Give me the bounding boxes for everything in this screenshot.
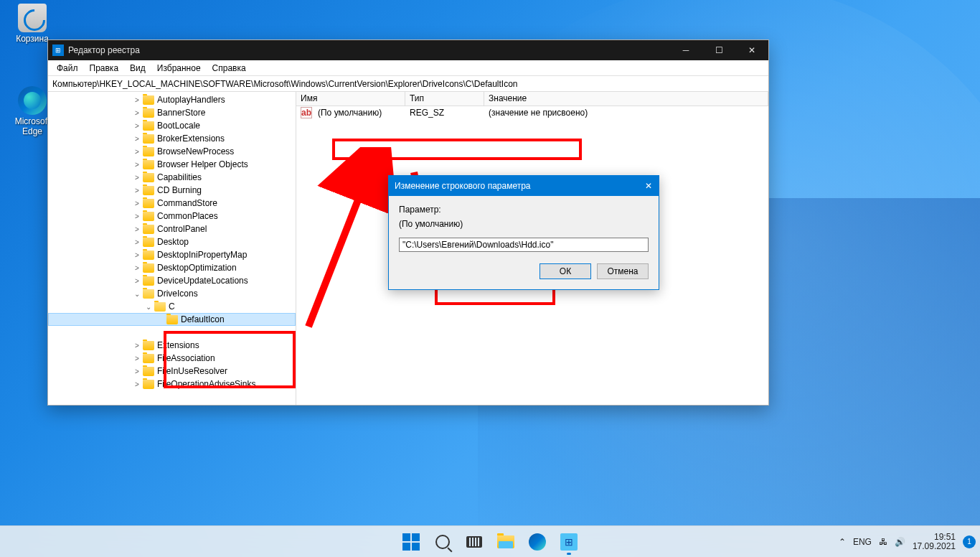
value-data: (значение не присвоено) [484, 107, 768, 118]
folder-icon [143, 134, 154, 144]
tree-item-desktop[interactable]: >Desktop [48, 235, 296, 248]
address-text: Компьютер\HKEY_LOCAL_MACHINE\SOFTWARE\Mi… [52, 79, 518, 89]
taskview-button[interactable] [460, 528, 489, 556]
tree-item-browser-helper-objects[interactable]: >Browser Helper Objects [48, 158, 296, 171]
chevron-icon[interactable]: > [131, 238, 143, 246]
tree-panel[interactable]: >AutoplayHandlers>BannerStore>BootLocale… [48, 92, 296, 405]
menu-favorites[interactable]: Избранное [151, 62, 207, 75]
col-data[interactable]: Значение [484, 92, 768, 106]
tree-item-desktopinipropertymap[interactable]: >DesktopIniPropertyMap [48, 248, 296, 261]
value-input[interactable] [399, 238, 649, 252]
chevron-icon[interactable]: > [131, 342, 143, 350]
values-header[interactable]: Имя Тип Значение [296, 92, 768, 106]
chevron-icon[interactable]: > [131, 161, 143, 169]
regedit-taskbar-button[interactable]: ⊞ [555, 528, 583, 556]
tree-item-deviceupdatelocations[interactable]: >DeviceUpdateLocations [48, 274, 296, 287]
date-text: 17.09.2021 [913, 542, 956, 551]
address-bar[interactable]: Компьютер\HKEY_LOCAL_MACHINE\SOFTWARE\Mi… [48, 76, 768, 92]
string-value-icon: ab [301, 107, 312, 118]
tree-item-controlpanel[interactable]: >ControlPanel [48, 223, 296, 235]
window-title: Редактор реестра [68, 45, 669, 55]
tree-item-bannerstore[interactable]: >BannerStore [48, 106, 296, 119]
value-type: REG_SZ [405, 107, 484, 118]
value-row-default[interactable]: ab (По умолчанию) REG_SZ (значение не пр… [296, 106, 768, 119]
tree-label: BootLocale [157, 121, 200, 131]
search-icon [435, 535, 450, 549]
folder-icon [143, 121, 154, 131]
titlebar[interactable]: ⊞ Редактор реестра ─ ☐ ✕ [48, 40, 768, 60]
chevron-icon[interactable]: > [131, 109, 143, 117]
network-icon[interactable]: 🖧 [879, 537, 887, 547]
chevron-icon[interactable]: > [131, 355, 143, 362]
chevron-icon[interactable]: > [131, 174, 143, 182]
tree-item-extensions[interactable]: >Extensions [48, 339, 296, 352]
folder-icon [143, 341, 154, 350]
menu-help[interactable]: Справка [207, 62, 252, 75]
chevron-icon[interactable]: ⌄ [143, 303, 154, 311]
edge-button[interactable] [523, 528, 552, 556]
chevron-icon[interactable]: > [131, 122, 143, 130]
chevron-icon[interactable]: > [131, 212, 143, 220]
tree-item-autoplayhandlers[interactable]: >AutoplayHandlers [48, 93, 296, 106]
tree-label: CommonPlaces [157, 211, 218, 221]
tree-item-fileassociation[interactable]: >FileAssociation [48, 352, 296, 365]
start-button[interactable] [397, 528, 425, 556]
tree-item-bootlocale[interactable]: >BootLocale [48, 119, 296, 132]
clock[interactable]: 19:51 17.09.2021 [913, 533, 956, 551]
chevron-icon[interactable]: > [131, 200, 143, 207]
minimize-button[interactable]: ─ [669, 40, 702, 60]
menubar: Файл Правка Вид Избранное Справка [48, 60, 768, 76]
tree-label: FileInUseResolver [157, 366, 227, 376]
tree-item-capabilities[interactable]: >Capabilities [48, 171, 296, 184]
tree-item-desktopoptimization[interactable]: >DesktopOptimization [48, 261, 296, 274]
chevron-icon[interactable]: ⌄ [131, 290, 143, 298]
language-indicator[interactable]: ENG [853, 537, 872, 547]
chevron-icon[interactable]: > [131, 187, 143, 195]
tree-item-brokerextensions[interactable]: >BrokerExtensions [48, 132, 296, 145]
desktop-icon-recycle-bin[interactable]: Корзина [7, 4, 57, 44]
dialog-close-button[interactable]: ✕ [639, 176, 659, 196]
tree-item-browsenewprocess[interactable]: >BrowseNewProcess [48, 145, 296, 158]
search-button[interactable] [428, 528, 457, 556]
maximize-button[interactable]: ☐ [702, 40, 735, 60]
time-text: 19:51 [913, 533, 956, 542]
tree-item-cd-burning[interactable]: >CD Burning [48, 184, 296, 197]
chevron-icon[interactable]: > [131, 96, 143, 104]
folder-icon [143, 108, 154, 118]
ok-button[interactable]: ОК [540, 263, 591, 279]
volume-icon[interactable]: 🔊 [895, 537, 905, 547]
menu-edit[interactable]: Правка [84, 62, 125, 75]
notification-badge[interactable]: 1 [963, 535, 976, 548]
tree-item-fileoperationadvisesinks[interactable]: >FileOperationAdviseSinks [48, 378, 296, 390]
tree-item-commandstore[interactable]: >CommandStore [48, 197, 296, 210]
folder-icon [143, 380, 154, 389]
tree-item-commonplaces[interactable]: >CommonPlaces [48, 210, 296, 223]
folder-icon [143, 95, 154, 105]
chevron-icon[interactable]: > [131, 225, 143, 233]
folder-icon [143, 147, 154, 156]
col-name[interactable]: Имя [296, 92, 405, 106]
menu-view[interactable]: Вид [124, 62, 151, 75]
menu-file[interactable]: Файл [51, 62, 84, 75]
cancel-button[interactable]: Отмена [597, 263, 649, 279]
tray-chevron-up-icon[interactable]: ⌃ [839, 537, 846, 547]
explorer-button[interactable] [491, 528, 520, 556]
explorer-icon [497, 535, 514, 548]
chevron-icon[interactable]: > [131, 148, 143, 156]
col-type[interactable]: Тип [405, 92, 484, 106]
tree-label: DeviceUpdateLocations [157, 276, 248, 286]
tree-item-fileinuseresolver[interactable]: >FileInUseResolver [48, 365, 296, 378]
chevron-icon[interactable]: > [131, 380, 143, 388]
folder-icon [143, 367, 154, 376]
chevron-icon[interactable]: > [131, 277, 143, 285]
chevron-icon[interactable]: > [131, 368, 143, 375]
tree-item-defaulticon[interactable]: DefaultIcon [48, 313, 296, 326]
close-button[interactable]: ✕ [735, 40, 768, 60]
edge-taskbar-icon [529, 533, 546, 551]
chevron-icon[interactable]: > [131, 251, 143, 259]
chevron-icon[interactable]: > [131, 264, 143, 272]
tree-item-c[interactable]: ⌄C [48, 300, 296, 313]
tree-item-driveicons[interactable]: ⌄DriveIcons [48, 287, 296, 300]
chevron-icon[interactable]: > [131, 135, 143, 143]
dialog-titlebar[interactable]: Изменение строкового параметра ✕ [389, 176, 659, 196]
